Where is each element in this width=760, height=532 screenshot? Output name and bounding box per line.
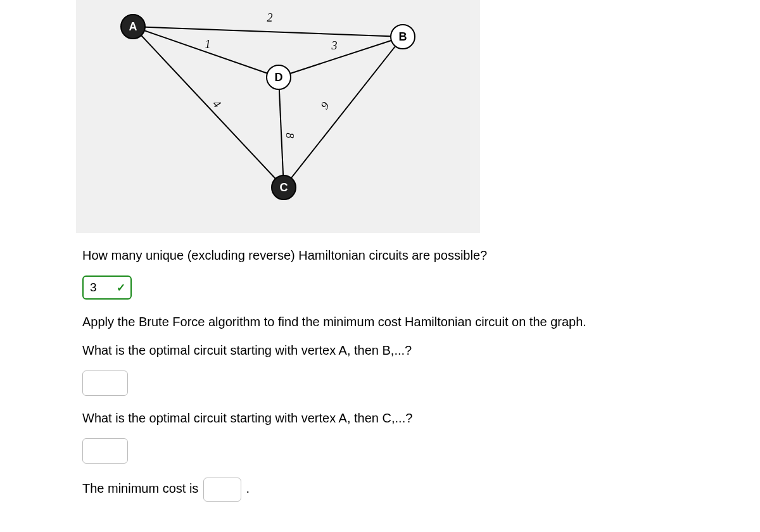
question-1-text: How many unique (excluding reverse) Hami… [82,247,716,264]
graph-edge-AB [133,27,403,37]
node-label-B: B [399,30,407,43]
edge-weight-AD: 1 [205,38,211,51]
check-icon: ✓ [117,281,125,294]
graph-edge-AD [133,27,279,77]
node-label-C: C [280,181,288,194]
question-4-suffix: . [246,481,250,495]
edge-weight-AB: 2 [267,11,273,24]
answer-3-input[interactable] [82,438,128,464]
edge-weight-AC: 4 [210,98,224,110]
question-4-prefix: The minimum cost is [82,481,202,495]
answer-4-input[interactable] [203,478,241,502]
node-label-A: A [129,20,137,33]
graph-edge-DB [279,37,403,77]
graph-edge-DC [279,77,284,187]
answer-1-row: ✓ [82,276,716,300]
question-4-row: The minimum cost is . [82,478,716,502]
question-2a-text: Apply the Brute Force algorithm to find … [82,314,716,331]
edge-weight-BC: 9 [318,99,331,111]
graph-figure: 213489ABCD [76,0,480,233]
question-block: How many unique (excluding reverse) Hami… [82,247,716,513]
answer-2-row [82,370,716,396]
node-label-D: D [275,71,283,84]
graph-edge-AC [133,27,284,187]
edge-weight-DC: 8 [284,132,296,138]
question-3-text: What is the optimal circuit starting wit… [82,410,716,427]
edge-weight-DB: 3 [331,39,338,52]
answer-3-row [82,438,716,464]
graph-edge-BC [284,37,403,187]
answer-2-input[interactable] [82,370,128,396]
question-2b-text: What is the optimal circuit starting wit… [82,342,716,359]
